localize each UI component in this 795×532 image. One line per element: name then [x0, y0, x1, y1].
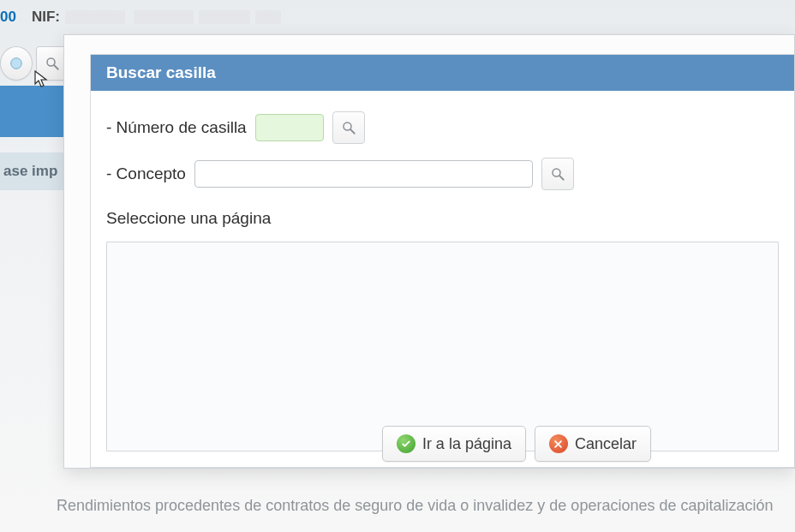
concepto-search-button[interactable]: [541, 158, 574, 190]
page-list[interactable]: [106, 242, 779, 451]
background-blue-panel: [0, 86, 69, 137]
svg-point-0: [11, 58, 22, 69]
concepto-row: - Concepto: [106, 158, 779, 190]
go-to-page-button[interactable]: Ir a la página: [382, 426, 526, 462]
background-side-tab[interactable]: ase imp: [0, 152, 69, 190]
search-icon: [341, 120, 356, 135]
page-select-label: Seleccione una página: [106, 209, 779, 228]
concepto-input[interactable]: [194, 160, 533, 188]
casilla-search-button[interactable]: [332, 111, 365, 144]
toolbar-button-round[interactable]: [0, 46, 33, 81]
redacted-field: [65, 10, 125, 24]
search-icon: [550, 166, 565, 182]
background-section-heading: Rendimientos procedentes de contratos de…: [57, 497, 778, 515]
nif-label: NIF:: [32, 9, 60, 26]
dialog-title: Buscar casilla: [91, 55, 794, 91]
cancel-button[interactable]: Cancelar: [535, 426, 651, 462]
cancel-label: Cancelar: [575, 435, 637, 453]
side-tab-label: ase imp: [3, 163, 57, 180]
search-icon: [45, 56, 60, 71]
close-icon: [549, 434, 568, 453]
concepto-label: - Concepto: [106, 164, 186, 183]
redacted-field: [199, 10, 250, 24]
casilla-label: - Número de casilla: [106, 118, 247, 137]
background-toolbar: [0, 45, 69, 82]
dialog-inner: Buscar casilla - Número de casilla - Con…: [90, 54, 794, 468]
dialog-body: - Número de casilla - Concepto Seleccio: [91, 91, 794, 467]
header-code-fragment: 00: [0, 9, 16, 26]
dialog-actions: Ir a la página Cancelar: [382, 426, 651, 462]
redacted-field: [134, 10, 194, 24]
casilla-row: - Número de casilla: [106, 111, 779, 144]
redacted-field: [255, 10, 281, 24]
go-to-page-label: Ir a la página: [422, 435, 511, 453]
casilla-number-input[interactable]: [255, 114, 324, 141]
window-header: 00 NIF:: [0, 0, 795, 34]
svg-line-4: [350, 129, 355, 134]
svg-line-6: [559, 176, 564, 180]
svg-line-2: [54, 65, 58, 69]
check-icon: [397, 434, 415, 453]
search-casilla-dialog: Buscar casilla - Número de casilla - Con…: [63, 34, 795, 469]
